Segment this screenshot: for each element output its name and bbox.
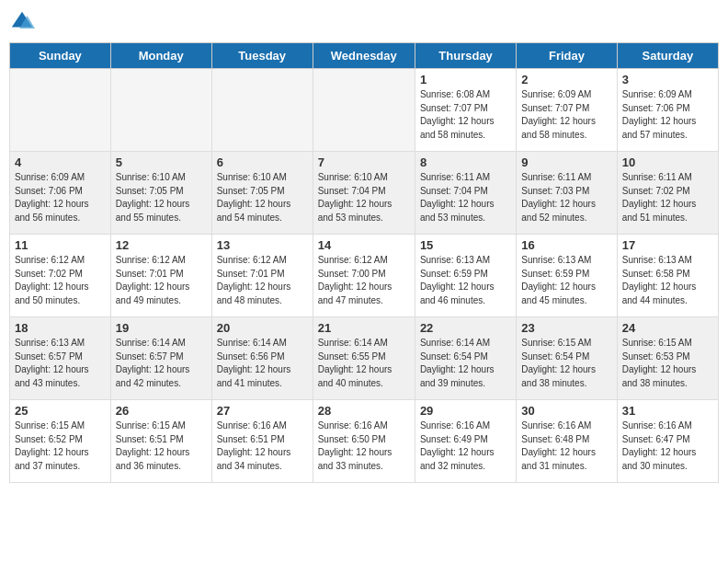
day-header-friday: Friday (517, 43, 617, 69)
day-header-row: SundayMondayTuesdayWednesdayThursdayFrid… (10, 43, 719, 69)
day-info: Sunrise: 6:08 AM Sunset: 7:07 PM Dayligh… (420, 88, 511, 142)
calendar-cell: 30Sunrise: 6:16 AM Sunset: 6:48 PM Dayli… (517, 400, 617, 483)
day-info: Sunrise: 6:09 AM Sunset: 7:06 PM Dayligh… (622, 88, 713, 142)
day-number: 2 (521, 73, 611, 86)
calendar-cell: 16Sunrise: 6:13 AM Sunset: 6:59 PM Dayli… (517, 235, 617, 317)
day-number: 31 (622, 404, 713, 418)
calendar-cell: 26Sunrise: 6:15 AM Sunset: 6:51 PM Dayli… (110, 400, 211, 483)
day-header-monday: Monday (110, 43, 211, 69)
day-info: Sunrise: 6:14 AM Sunset: 6:55 PM Dayligh… (318, 337, 410, 390)
day-number: 14 (318, 238, 410, 252)
calendar-cell: 8Sunrise: 6:11 AM Sunset: 7:04 PM Daylig… (415, 152, 516, 235)
week-row-1: 1Sunrise: 6:08 AM Sunset: 7:07 PM Daylig… (10, 69, 719, 152)
day-number: 3 (622, 73, 713, 86)
calendar-cell: 1Sunrise: 6:08 AM Sunset: 7:07 PM Daylig… (415, 69, 516, 152)
calendar-cell: 27Sunrise: 6:16 AM Sunset: 6:51 PM Dayli… (211, 400, 313, 483)
day-number: 10 (622, 155, 713, 169)
day-info: Sunrise: 6:13 AM Sunset: 6:59 PM Dayligh… (521, 254, 611, 307)
day-info: Sunrise: 6:15 AM Sunset: 6:51 PM Dayligh… (116, 419, 207, 473)
calendar-cell (110, 69, 211, 152)
day-number: 28 (318, 404, 410, 418)
day-info: Sunrise: 6:12 AM Sunset: 7:01 PM Dayligh… (217, 254, 308, 307)
calendar-cell: 10Sunrise: 6:11 AM Sunset: 7:02 PM Dayli… (617, 152, 718, 235)
calendar-cell (313, 69, 415, 152)
calendar-cell: 12Sunrise: 6:12 AM Sunset: 7:01 PM Dayli… (110, 235, 211, 317)
day-header-saturday: Saturday (617, 43, 718, 69)
day-number: 8 (420, 155, 511, 169)
day-header-wednesday: Wednesday (313, 43, 415, 69)
day-number: 18 (15, 321, 106, 335)
day-info: Sunrise: 6:16 AM Sunset: 6:50 PM Dayligh… (318, 419, 410, 473)
calendar-cell: 22Sunrise: 6:14 AM Sunset: 6:54 PM Dayli… (415, 317, 516, 400)
day-header-sunday: Sunday (10, 43, 111, 69)
day-number: 29 (420, 404, 511, 418)
page-header (9, 9, 719, 35)
week-row-4: 18Sunrise: 6:13 AM Sunset: 6:57 PM Dayli… (10, 317, 719, 400)
calendar-cell: 15Sunrise: 6:13 AM Sunset: 6:59 PM Dayli… (415, 235, 516, 317)
day-number: 27 (217, 404, 308, 418)
calendar-cell: 17Sunrise: 6:13 AM Sunset: 6:58 PM Dayli… (617, 235, 718, 317)
week-row-5: 25Sunrise: 6:15 AM Sunset: 6:52 PM Dayli… (10, 400, 719, 483)
day-info: Sunrise: 6:10 AM Sunset: 7:05 PM Dayligh… (116, 171, 207, 224)
day-number: 1 (420, 73, 511, 86)
calendar-cell: 3Sunrise: 6:09 AM Sunset: 7:06 PM Daylig… (617, 69, 718, 152)
calendar-cell: 7Sunrise: 6:10 AM Sunset: 7:04 PM Daylig… (313, 152, 415, 235)
day-info: Sunrise: 6:11 AM Sunset: 7:03 PM Dayligh… (521, 171, 611, 224)
day-number: 5 (116, 155, 207, 169)
day-number: 16 (521, 238, 611, 252)
calendar-cell: 14Sunrise: 6:12 AM Sunset: 7:00 PM Dayli… (313, 235, 415, 317)
day-header-tuesday: Tuesday (211, 43, 313, 69)
day-info: Sunrise: 6:16 AM Sunset: 6:48 PM Dayligh… (521, 419, 611, 473)
day-number: 17 (622, 238, 713, 252)
calendar-cell (10, 69, 111, 152)
day-number: 30 (521, 404, 611, 418)
calendar-cell: 4Sunrise: 6:09 AM Sunset: 7:06 PM Daylig… (10, 152, 111, 235)
day-info: Sunrise: 6:12 AM Sunset: 7:00 PM Dayligh… (318, 254, 410, 307)
day-info: Sunrise: 6:15 AM Sunset: 6:52 PM Dayligh… (15, 419, 106, 473)
day-info: Sunrise: 6:16 AM Sunset: 6:51 PM Dayligh… (217, 419, 308, 473)
calendar-cell: 31Sunrise: 6:16 AM Sunset: 6:47 PM Dayli… (617, 400, 718, 483)
day-number: 4 (15, 155, 106, 169)
day-info: Sunrise: 6:13 AM Sunset: 6:57 PM Dayligh… (15, 337, 106, 390)
day-number: 26 (116, 404, 207, 418)
calendar-cell: 5Sunrise: 6:10 AM Sunset: 7:05 PM Daylig… (110, 152, 211, 235)
day-number: 22 (420, 321, 511, 335)
calendar-cell: 28Sunrise: 6:16 AM Sunset: 6:50 PM Dayli… (313, 400, 415, 483)
calendar-cell: 20Sunrise: 6:14 AM Sunset: 6:56 PM Dayli… (211, 317, 313, 400)
day-info: Sunrise: 6:14 AM Sunset: 6:56 PM Dayligh… (217, 337, 308, 390)
day-info: Sunrise: 6:13 AM Sunset: 6:59 PM Dayligh… (420, 254, 511, 307)
calendar-cell: 9Sunrise: 6:11 AM Sunset: 7:03 PM Daylig… (517, 152, 617, 235)
day-info: Sunrise: 6:10 AM Sunset: 7:04 PM Dayligh… (318, 171, 410, 224)
calendar-cell: 25Sunrise: 6:15 AM Sunset: 6:52 PM Dayli… (10, 400, 111, 483)
day-info: Sunrise: 6:09 AM Sunset: 7:06 PM Dayligh… (15, 171, 106, 224)
day-number: 19 (116, 321, 207, 335)
week-row-3: 11Sunrise: 6:12 AM Sunset: 7:02 PM Dayli… (10, 235, 719, 317)
calendar-cell (211, 69, 313, 152)
day-number: 15 (420, 238, 511, 252)
day-info: Sunrise: 6:12 AM Sunset: 7:01 PM Dayligh… (116, 254, 207, 307)
day-header-thursday: Thursday (415, 43, 516, 69)
day-info: Sunrise: 6:11 AM Sunset: 7:02 PM Dayligh… (622, 171, 713, 224)
day-info: Sunrise: 6:09 AM Sunset: 7:07 PM Dayligh… (521, 88, 611, 142)
week-row-2: 4Sunrise: 6:09 AM Sunset: 7:06 PM Daylig… (10, 152, 719, 235)
day-info: Sunrise: 6:11 AM Sunset: 7:04 PM Dayligh… (420, 171, 511, 224)
day-info: Sunrise: 6:14 AM Sunset: 6:54 PM Dayligh… (420, 337, 511, 390)
calendar-cell: 11Sunrise: 6:12 AM Sunset: 7:02 PM Dayli… (10, 235, 111, 317)
day-number: 23 (521, 321, 611, 335)
calendar-cell: 2Sunrise: 6:09 AM Sunset: 7:07 PM Daylig… (517, 69, 617, 152)
calendar-cell: 19Sunrise: 6:14 AM Sunset: 6:57 PM Dayli… (110, 317, 211, 400)
logo-icon (9, 9, 35, 35)
day-number: 24 (622, 321, 713, 335)
day-info: Sunrise: 6:16 AM Sunset: 6:49 PM Dayligh… (420, 419, 511, 473)
calendar-cell: 24Sunrise: 6:15 AM Sunset: 6:53 PM Dayli… (617, 317, 718, 400)
calendar-cell: 13Sunrise: 6:12 AM Sunset: 7:01 PM Dayli… (211, 235, 313, 317)
calendar-cell: 18Sunrise: 6:13 AM Sunset: 6:57 PM Dayli… (10, 317, 111, 400)
day-number: 6 (217, 155, 308, 169)
calendar-cell: 29Sunrise: 6:16 AM Sunset: 6:49 PM Dayli… (415, 400, 516, 483)
calendar-cell: 23Sunrise: 6:15 AM Sunset: 6:54 PM Dayli… (517, 317, 617, 400)
day-number: 9 (521, 155, 611, 169)
day-info: Sunrise: 6:15 AM Sunset: 6:53 PM Dayligh… (622, 337, 713, 390)
calendar-cell: 21Sunrise: 6:14 AM Sunset: 6:55 PM Dayli… (313, 317, 415, 400)
logo (9, 9, 39, 35)
day-number: 11 (15, 238, 106, 252)
